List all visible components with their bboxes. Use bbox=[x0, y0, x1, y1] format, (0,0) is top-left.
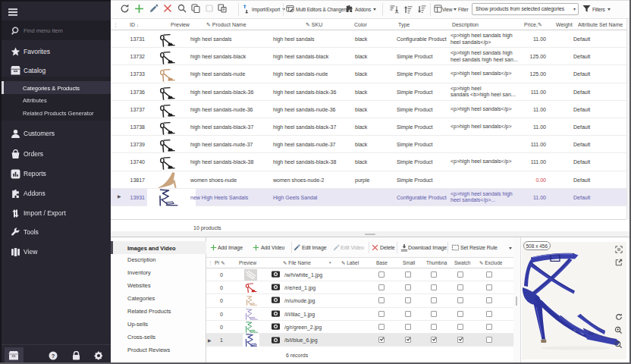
svg-text:?: ? bbox=[52, 353, 55, 359]
